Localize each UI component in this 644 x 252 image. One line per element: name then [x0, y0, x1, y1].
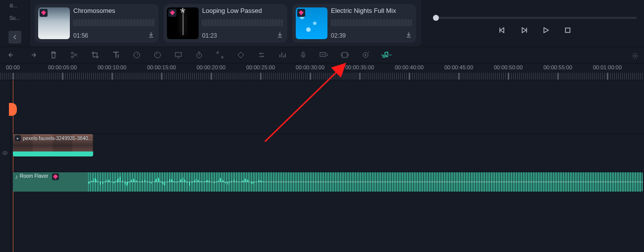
beat-detection-button[interactable] — [381, 50, 391, 60]
subtitle-button[interactable] — [319, 50, 329, 60]
undo-button[interactable] — [7, 50, 17, 60]
media-duration: 01:23 — [202, 32, 217, 39]
chevron-left-icon — [12, 35, 17, 40]
delete-button[interactable] — [49, 50, 58, 60]
audio-waveform — [13, 172, 643, 192]
media-duration: 01:56 — [73, 32, 88, 39]
screen-icon — [174, 51, 182, 59]
keyframe-button[interactable] — [236, 50, 246, 60]
svg-point-14 — [635, 55, 636, 57]
ruler-time-label: 00:00:35:00 — [345, 64, 374, 70]
video-clip[interactable]: ▸ pexels-fauxels-3249935-3840... — [13, 134, 93, 156]
equalizer-icon — [278, 51, 286, 59]
media-card[interactable]: * Looping Low Passed 01:23 — [163, 4, 287, 43]
diamond-icon — [53, 174, 58, 180]
premium-badge — [168, 9, 176, 17]
svg-point-1 — [71, 52, 73, 54]
media-meta: Electric Nights Full Mix 02:39 — [331, 4, 416, 43]
undo-icon — [8, 51, 16, 59]
green-screen-button[interactable] — [173, 50, 183, 60]
download-icon — [276, 31, 283, 38]
ruler-time-label: 00:00:40:00 — [395, 64, 424, 70]
clip-audio-icon: ♪ — [15, 173, 18, 180]
svg-rect-8 — [302, 52, 304, 55]
color-button[interactable] — [153, 50, 162, 60]
crop-button[interactable] — [90, 50, 100, 60]
media-thumbnail: * — [167, 7, 199, 39]
ruler-time-label: 00:01:00:00 — [593, 64, 622, 70]
timeline-ruler[interactable]: 00:0000:00:05:0000:00:10:0000:00:15:0000… — [0, 63, 644, 80]
transport-controls — [433, 26, 637, 35]
media-thumbnail — [38, 7, 70, 39]
target-icon — [362, 51, 370, 59]
media-meta: Chromosomes 01:56 — [73, 4, 159, 43]
speed-button[interactable] — [132, 50, 142, 60]
playhead-line — [13, 80, 13, 252]
play-icon — [542, 26, 550, 34]
download-icon — [405, 31, 412, 38]
prev-frame-button[interactable] — [498, 26, 507, 35]
download-button[interactable] — [276, 31, 283, 40]
nav-category-label: iti... Su... — [9, 3, 20, 21]
render-button[interactable] — [340, 50, 350, 60]
nav-back-button[interactable] — [8, 31, 21, 44]
play-back-button[interactable] — [520, 26, 529, 35]
media-header-row: iti... Su... Chromosomes 01:56 — [0, 0, 644, 47]
split-button[interactable] — [69, 50, 79, 60]
video-track[interactable]: ▸ pexels-fauxels-3249935-3840... — [13, 134, 644, 156]
audio-track[interactable]: ♪ Room Flavor — [13, 172, 644, 192]
clip-name-label: pexels-fauxels-3249935-3840... — [23, 136, 92, 141]
adjust-button[interactable] — [257, 50, 267, 60]
timeline-area[interactable]: ▸ pexels-fauxels-3249935-3840... ♪ Room … — [0, 80, 644, 252]
svg-point-15 — [4, 152, 6, 154]
scrub-handle-icon[interactable] — [433, 15, 439, 21]
ruler-time-label: 00:00:20:00 — [197, 64, 225, 70]
preview-panel — [421, 0, 644, 47]
media-thumbnail — [296, 7, 327, 39]
play-button[interactable] — [541, 26, 550, 35]
fit-button[interactable] — [215, 50, 225, 60]
svg-point-2 — [71, 56, 73, 58]
preview-scrub-bar[interactable] — [433, 17, 637, 19]
svg-point-12 — [365, 54, 367, 56]
download-icon — [148, 31, 155, 38]
media-title: Electric Nights Full Mix — [331, 7, 412, 14]
eye-icon — [1, 150, 8, 156]
ruler-ticks — [0, 73, 644, 80]
svg-rect-0 — [566, 28, 570, 33]
ruler-time-label: 00:00:05:00 — [48, 64, 77, 70]
redo-button[interactable] — [28, 50, 38, 60]
download-button[interactable] — [148, 31, 155, 40]
audio-clip[interactable]: ♪ Room Flavor — [13, 172, 643, 192]
timeline-settings-button[interactable] — [630, 51, 640, 61]
redo-icon — [29, 51, 37, 59]
stop-icon — [564, 26, 572, 34]
stop-button[interactable] — [563, 26, 572, 35]
ruler-time-label: 00:00:45:00 — [444, 64, 473, 70]
expand-icon — [216, 51, 224, 59]
speedometer-icon — [133, 51, 141, 59]
ruler-time-label: 00:00 — [6, 64, 20, 70]
text-button[interactable] — [111, 50, 121, 60]
trash-icon — [50, 51, 57, 59]
media-duration: 02:39 — [331, 32, 346, 39]
duration-button[interactable] — [194, 50, 204, 60]
diamond-outline-icon — [237, 51, 245, 59]
waveform-preview-icon — [202, 19, 283, 26]
mic-icon — [299, 51, 307, 59]
motion-tracking-button[interactable] — [361, 50, 371, 60]
ruler-time-label: 00:00:50:00 — [494, 64, 523, 70]
voice-button[interactable] — [298, 50, 308, 60]
timeline-toolbar — [0, 47, 644, 63]
premium-badge — [40, 9, 48, 17]
ruler-time-label: 00:00:30:00 — [296, 64, 324, 70]
download-button[interactable] — [405, 31, 412, 40]
scissors-icon — [70, 51, 78, 59]
step-back-icon — [498, 26, 506, 34]
media-card[interactable]: Electric Nights Full Mix 02:39 — [292, 4, 416, 43]
visibility-toggle[interactable] — [1, 150, 8, 158]
svg-point-4 — [155, 52, 161, 58]
audio-mixer-button[interactable] — [277, 50, 287, 60]
media-card[interactable]: Chromosomes 01:56 — [35, 4, 159, 43]
crop-icon — [91, 51, 99, 59]
